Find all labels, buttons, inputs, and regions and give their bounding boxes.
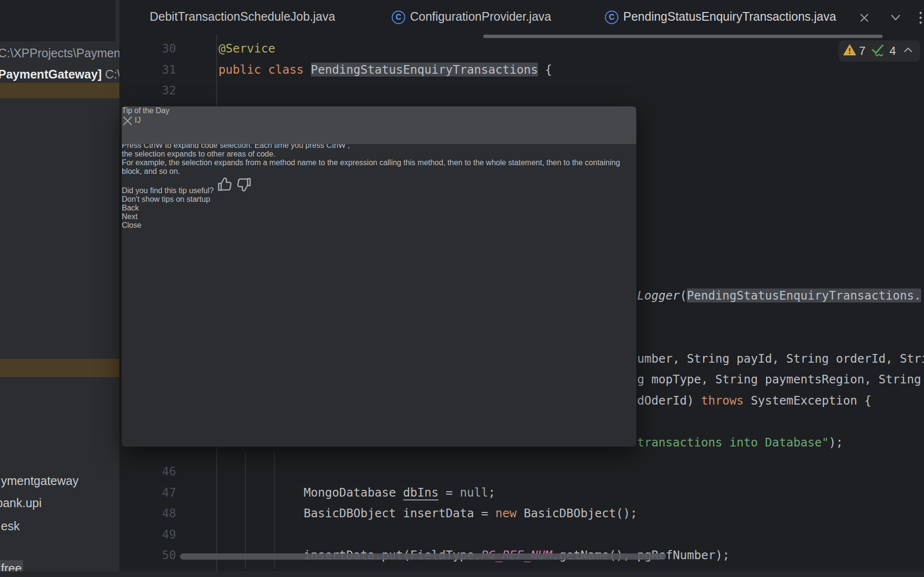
tip-paragraph-line: the selection expands to other areas of … (122, 150, 636, 158)
inspections-widget[interactable]: 7 4 (838, 40, 920, 62)
line-number: 47 (121, 482, 176, 503)
dialog-title: Tip of the Day (122, 106, 636, 115)
tree-item[interactable]: bank.upi (0, 496, 42, 510)
code-line: dOderId) throws SystemException { (637, 390, 872, 411)
panel-header-area (0, 0, 116, 41)
ide-window: 30@Service31public class PendingStatusEn… (0, 0, 924, 577)
code-line: transactions into Database"); (637, 432, 843, 453)
dialog-footer: Don't show tips on startup Back Next Clo… (122, 195, 636, 230)
intellij-logo-icon: IJ (135, 116, 149, 131)
thumbs-down-icon[interactable] (235, 186, 253, 195)
line-number: 46 (121, 461, 176, 482)
bottom-strip (0, 571, 924, 577)
tree-item[interactable]: ymentgateway (1, 474, 78, 488)
typo-count: 4 (889, 44, 896, 58)
selected-row-highlight[interactable] (0, 83, 119, 98)
close-button[interactable]: Close (122, 221, 636, 230)
line-number: 50 (121, 545, 176, 566)
project-path-selected: PaymentGateway] C:\XP (0, 67, 119, 81)
next-button[interactable]: Next (122, 212, 636, 221)
tab-strip-scrollbar[interactable] (483, 35, 883, 38)
code-line: Logger(PendingStatusEnquiryTransactions. (637, 285, 921, 306)
selected-row-highlight[interactable] (0, 359, 119, 377)
tab-close-icon[interactable] (858, 12, 871, 26)
back-button[interactable]: Back (122, 204, 636, 212)
code-line: g mopType, String paymentsRegion, String (637, 369, 921, 390)
line-number: 32 (121, 80, 176, 101)
chevron-up-icon[interactable] (903, 46, 913, 56)
typo-check-icon (871, 43, 886, 59)
line-number: 30 (121, 38, 176, 59)
more-tabs-icon[interactable] (918, 11, 924, 27)
thumbs-up-icon[interactable] (216, 186, 235, 195)
code-line: MongoDatabase dbIns = null; (218, 482, 495, 503)
tab-configuration-provider[interactable]: ConfigurationProvider.java (410, 10, 551, 24)
project-path: C:\XPProjects\PaymentGa (0, 46, 119, 60)
tree-item[interactable]: esk (1, 519, 20, 533)
code-line: @Service (218, 38, 275, 59)
warning-icon (843, 44, 856, 58)
horizontal-scrollbar[interactable] (180, 553, 666, 560)
dont-show-tips-label: Don't show tips on startup (122, 195, 636, 204)
class-icon: C (605, 11, 618, 24)
code-line: public class PendingStatusEnquiryTransac… (218, 59, 552, 80)
tip-of-the-day-dialog: IJ Tip of the Day i Interactive lesson a… (121, 106, 637, 447)
project-panel: C:\XPProjects\PaymentGa PaymentGateway] … (0, 0, 119, 577)
close-icon[interactable] (122, 115, 636, 129)
code-line: BasicDBObject insertData = new BasicDBOb… (218, 503, 637, 524)
tab-debit-transaction-schedule-job[interactable]: DebitTransactionScheduleJob.java (150, 10, 335, 24)
code-line: umber, String payId, String orderId, Str… (637, 348, 924, 369)
tip-paragraph: For example, the selection expands from … (122, 158, 636, 176)
tab-pending-status-enquiry-transactions[interactable]: PendingStatusEnquiryTransactions.java (623, 10, 836, 24)
line-number: 49 (121, 524, 176, 545)
feedback-question: Did you find this tip useful? (122, 186, 214, 195)
line-number: 48 (121, 503, 176, 524)
feedback-row: Did you find this tip useful? (122, 176, 636, 195)
class-icon: C (392, 11, 405, 24)
project-path-rest: C:\XP (102, 67, 119, 81)
dialog-titlebar[interactable]: IJ Tip of the Day (122, 106, 636, 144)
chevron-down-icon[interactable] (889, 13, 902, 25)
warning-count: 7 (859, 44, 865, 58)
project-name: PaymentGateway] (0, 67, 102, 81)
line-number: 31 (121, 59, 176, 80)
